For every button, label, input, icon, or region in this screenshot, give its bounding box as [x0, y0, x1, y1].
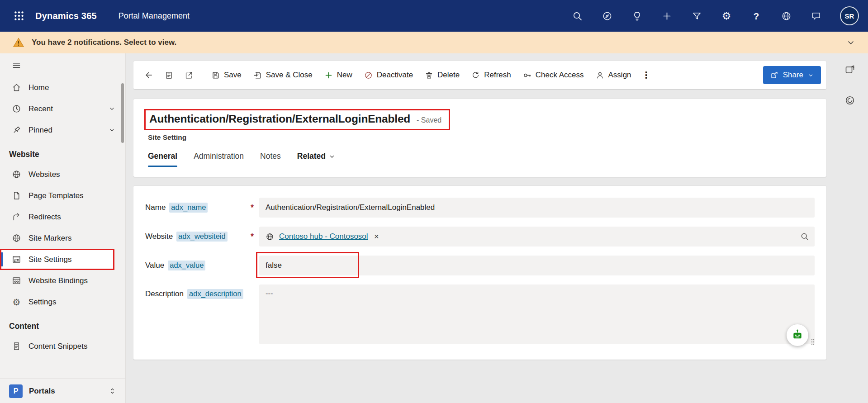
sidebar-item-settings[interactable]: ⚙ Settings — [0, 291, 125, 313]
sidebar-item-website-bindings[interactable]: Website Bindings — [0, 270, 125, 291]
save-and-close-label: Save & Close — [266, 71, 313, 80]
sidebar-item-recent[interactable]: Recent — [0, 98, 125, 119]
check-access-button[interactable]: Check Access — [517, 65, 590, 85]
sidebar-item-site-markers[interactable]: Site Markers — [0, 228, 125, 249]
sidebar-group-website: Website — [0, 141, 125, 164]
sidebar-item-label: Content Snippets — [28, 342, 87, 351]
field-label-text: Value — [145, 261, 164, 270]
sidebar-item-content-snippets[interactable]: Content Snippets — [0, 336, 125, 357]
save-icon — [211, 71, 220, 80]
compass-icon — [602, 11, 612, 21]
remove-lookup-icon[interactable]: ✕ — [374, 233, 379, 240]
refresh-button[interactable]: Refresh — [465, 65, 517, 85]
drag-grip-icon[interactable] — [811, 339, 815, 345]
settings-button[interactable]: ⚙ — [721, 10, 732, 22]
warning-icon — [13, 37, 24, 48]
search-button[interactable] — [571, 10, 583, 22]
tab-administration[interactable]: Administration — [194, 152, 244, 167]
save-button[interactable]: Save — [205, 65, 247, 85]
tab-related[interactable]: Related — [297, 152, 335, 167]
deactivate-icon — [364, 71, 373, 80]
sidebar-item-pinned[interactable]: Pinned — [0, 119, 125, 141]
general-tab-form: Name adx_name * Authentication/Registrat… — [133, 186, 826, 360]
chevron-down-icon[interactable] — [846, 38, 855, 47]
feedback-flag-button[interactable] — [844, 64, 855, 75]
value-field-label: Value adx_value — [145, 261, 259, 270]
account-avatar[interactable]: SR — [840, 6, 859, 25]
chevron-down-icon — [808, 72, 814, 78]
sidebar-item-site-settings[interactable]: Site Settings — [0, 249, 114, 270]
filter-button[interactable] — [691, 10, 702, 22]
website-field-label: Website adx_websiteid * — [145, 232, 259, 242]
sidebar-scrollbar[interactable] — [121, 83, 124, 143]
form-selector-button[interactable] — [159, 65, 179, 85]
field-label-text: Description — [145, 289, 184, 299]
new-button[interactable]: New — [318, 65, 358, 85]
schema-name-tag: adx_websiteid — [176, 232, 228, 242]
trash-icon — [425, 71, 433, 80]
back-button[interactable] — [139, 65, 159, 85]
sidebar-item-home[interactable]: Home — [0, 77, 125, 98]
search-icon[interactable] — [800, 232, 809, 241]
help-button[interactable]: ? — [750, 10, 762, 22]
assign-button[interactable]: Assign — [590, 65, 637, 85]
area-switcher-portals[interactable]: P Portals — [0, 379, 125, 403]
save-status: - Saved — [417, 116, 441, 124]
sidebar-item-redirects[interactable]: Redirects — [0, 206, 125, 228]
sidebar-item-label: Website Bindings — [28, 276, 88, 285]
site-settings-icon — [12, 255, 21, 264]
refresh-icon — [471, 71, 480, 80]
right-rail — [844, 64, 855, 106]
copilot-icon — [844, 95, 855, 106]
field-row-name: Name adx_name * Authentication/Registrat… — [145, 198, 815, 218]
sitemap-collapse-button[interactable] — [0, 53, 125, 77]
website-lookup-input[interactable]: Contoso hub - Contososol ✕ — [259, 227, 815, 247]
schema-name-tag: adx_value — [168, 261, 205, 270]
redirect-arrow-icon — [12, 212, 21, 222]
deactivate-button[interactable]: Deactivate — [358, 65, 419, 85]
main-content: Save Save & Close New Deactivate Delete — [126, 53, 868, 403]
sidebar-item-label: Redirects — [28, 213, 61, 222]
top-navigation-bar: Dynamics 365 Portal Management ⚙ ? — [0, 0, 868, 32]
quick-create-button[interactable] — [661, 10, 673, 22]
teams-chat-button[interactable] — [810, 10, 822, 22]
sidebar-item-websites[interactable]: Websites — [0, 164, 125, 185]
website-bindings-icon — [12, 276, 21, 285]
globe-network-button[interactable] — [780, 10, 792, 22]
delete-button[interactable]: Delete — [419, 65, 465, 85]
value-input[interactable]: false — [259, 256, 815, 275]
bot-icon — [790, 328, 805, 342]
share-label: Share — [783, 71, 803, 80]
copilot-pane-button[interactable] — [844, 95, 855, 106]
clock-icon — [12, 104, 21, 114]
filter-icon — [692, 11, 702, 21]
description-input[interactable]: --- — [259, 284, 815, 344]
lightbulb-button[interactable] — [631, 10, 643, 22]
tab-notes[interactable]: Notes — [260, 152, 281, 167]
app-name[interactable]: Portal Management — [119, 11, 190, 21]
command-bar-divider — [202, 69, 202, 81]
notification-text: You have 2 notifications. Select to view… — [32, 38, 176, 47]
notification-banner[interactable]: You have 2 notifications. Select to view… — [0, 32, 868, 53]
website-lookup-link[interactable]: Contoso hub - Contososol — [279, 232, 368, 241]
more-commands-button[interactable]: ⋮ — [637, 65, 655, 85]
sidebar-item-page-templates[interactable]: Page Templates — [0, 185, 125, 206]
name-input[interactable]: Authentication/Registration/ExternalLogi… — [259, 198, 815, 218]
schema-name-tag: adx_description — [187, 289, 243, 299]
tab-general[interactable]: General — [148, 152, 177, 167]
record-title: Authentication/Registration/ExternalLogi… — [149, 113, 410, 125]
waffle-menu-button[interactable] — [9, 6, 29, 26]
open-in-new-window-button[interactable] — [179, 65, 199, 85]
share-icon — [770, 71, 778, 79]
sidebar-item-label: Home — [28, 83, 49, 92]
compass-button[interactable] — [601, 10, 613, 22]
description-field-label: Description adx_description — [145, 284, 259, 299]
page-icon — [12, 191, 21, 200]
brand-title[interactable]: Dynamics 365 — [35, 11, 97, 21]
copilot-bot-button[interactable] — [787, 324, 808, 346]
gear-icon: ⚙ — [722, 11, 731, 21]
home-icon — [12, 83, 21, 92]
share-button[interactable]: Share — [763, 66, 821, 84]
save-and-close-button[interactable]: Save & Close — [247, 65, 318, 85]
field-row-website: Website adx_websiteid * Contoso hub - Co… — [145, 227, 815, 247]
